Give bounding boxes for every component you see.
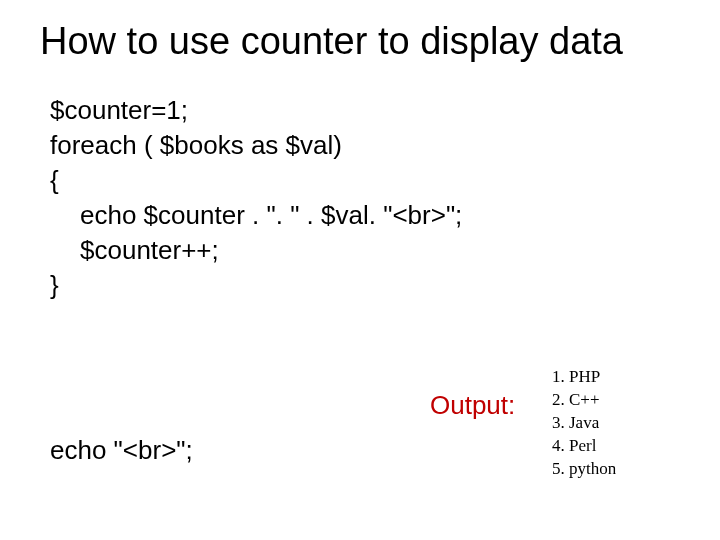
output-item: 3. Java [552,412,616,435]
output-item: 2. C++ [552,389,616,412]
code-block: $counter=1; foreach ( $books as $val) { … [0,73,720,304]
output-item: 5. python [552,458,616,481]
output-item: 4. Perl [552,435,616,458]
code-line: } [50,268,720,303]
code-line: echo $counter . ". " . $val. "<br>"; [50,198,720,233]
code-line: $counter++; [50,233,720,268]
code-line: { [50,163,720,198]
output-item: 1. PHP [552,366,616,389]
code-line: foreach ( $books as $val) [50,128,720,163]
slide-title: How to use counter to display data [0,0,720,73]
output-list: 1. PHP 2. C++ 3. Java 4. Perl 5. python [552,366,616,481]
code-line: $counter=1; [50,93,720,128]
output-label: Output: [430,390,515,421]
code-line-final: echo "<br>"; [50,435,193,466]
